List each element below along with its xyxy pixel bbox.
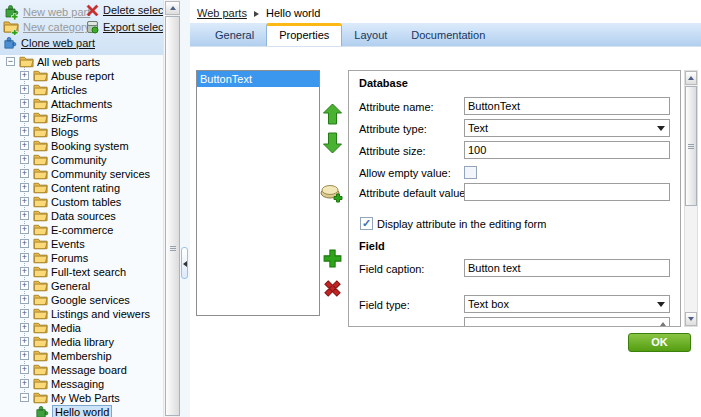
- folder-icon: [33, 251, 48, 264]
- expand-icon[interactable]: +: [20, 71, 29, 80]
- red-x-icon: [322, 278, 343, 299]
- tree-item-all-web-parts[interactable]: − All web parts: [0, 55, 163, 69]
- clone-web-part-button[interactable]: Clone web part: [2, 36, 95, 52]
- expand-icon[interactable]: +: [20, 323, 29, 332]
- tree-item-my-web-parts[interactable]: − My Web Parts: [0, 391, 163, 405]
- expand-icon[interactable]: +: [20, 225, 29, 234]
- folder-icon: [33, 279, 48, 292]
- move-down-button[interactable]: [322, 132, 343, 156]
- expand-icon[interactable]: +: [20, 127, 29, 136]
- attributes-listbox[interactable]: ButtonText: [196, 70, 320, 316]
- add-field-button[interactable]: [322, 248, 343, 271]
- tree-item-articles[interactable]: +Articles: [0, 83, 163, 97]
- expand-icon[interactable]: +: [20, 169, 29, 178]
- attribute-type-select[interactable]: Text: [464, 119, 670, 137]
- tree-item-community[interactable]: +Community: [0, 153, 163, 167]
- tree-item-media[interactable]: +Media: [0, 321, 163, 335]
- expand-icon[interactable]: +: [20, 267, 29, 276]
- green-arrow-up-icon: [322, 103, 343, 125]
- breadcrumb: Web partsHello world: [197, 7, 320, 19]
- tree-item-booking-system[interactable]: +Booking system: [0, 139, 163, 153]
- tree-item-abuse-report[interactable]: +Abuse report: [0, 69, 163, 83]
- tree-item-attachments[interactable]: +Attachments: [0, 97, 163, 111]
- tree-item-blogs[interactable]: +Blogs: [0, 125, 163, 139]
- scrollbar-thumb[interactable]: [165, 16, 180, 416]
- display-attribute-checkbox[interactable]: [360, 217, 373, 230]
- attribute-default-input[interactable]: [464, 183, 670, 201]
- expand-icon[interactable]: +: [20, 379, 29, 388]
- thumb-grip-icon: [688, 144, 694, 149]
- expand-icon[interactable]: +: [20, 239, 29, 248]
- tab-general[interactable]: General: [203, 25, 266, 46]
- tree-item-listings-and-viewers[interactable]: +Listings and viewers: [0, 307, 163, 321]
- form-scrollbar[interactable]: [684, 70, 698, 327]
- attribute-size-input[interactable]: [464, 141, 670, 159]
- scroll-up-icon: [688, 76, 694, 80]
- tree-item-general[interactable]: +General: [0, 279, 163, 293]
- tab-properties[interactable]: Properties: [266, 23, 342, 46]
- expand-icon[interactable]: +: [20, 351, 29, 360]
- expand-icon[interactable]: +: [20, 197, 29, 206]
- breadcrumb-web-parts-link[interactable]: Web parts: [197, 7, 247, 19]
- expand-icon[interactable]: +: [20, 211, 29, 220]
- scrollbar-thumb[interactable]: [685, 86, 697, 206]
- scroll-down-button[interactable]: [685, 312, 697, 326]
- expand-icon[interactable]: +: [20, 113, 29, 122]
- tree-item-forums[interactable]: +Forums: [0, 251, 163, 265]
- new-category-label: New category: [23, 21, 90, 33]
- tree-item-bizforms[interactable]: +BizForms: [0, 111, 163, 125]
- tree-item-e-commerce[interactable]: +E-commerce: [0, 223, 163, 237]
- new-category-button[interactable]: New category: [3, 20, 90, 37]
- attribute-name-input[interactable]: [464, 97, 670, 115]
- tree-scrollbar[interactable]: [163, 0, 180, 417]
- move-up-button[interactable]: [322, 103, 343, 127]
- field-type-select[interactable]: Text box: [464, 295, 670, 313]
- expand-icon[interactable]: +: [20, 155, 29, 164]
- field-list-item[interactable]: ButtonText: [197, 71, 319, 87]
- ok-button[interactable]: OK: [628, 333, 691, 352]
- tree-item-messaging[interactable]: +Messaging: [0, 377, 163, 391]
- tree-item-content-rating[interactable]: +Content rating: [0, 181, 163, 195]
- new-attribute-category-button[interactable]: [320, 181, 344, 205]
- expand-icon[interactable]: +: [20, 337, 29, 346]
- collapse-panel-button[interactable]: [181, 247, 188, 279]
- tab-layout[interactable]: Layout: [342, 25, 399, 46]
- folder-icon: [33, 349, 48, 362]
- scroll-up-button[interactable]: [685, 71, 697, 85]
- green-plus-icon: [322, 248, 343, 269]
- tree-item-media-library[interactable]: +Media library: [0, 335, 163, 349]
- expand-icon[interactable]: +: [20, 99, 29, 108]
- field-description-textarea[interactable]: [464, 317, 670, 327]
- collapse-icon[interactable]: −: [6, 57, 15, 66]
- expand-icon[interactable]: +: [20, 253, 29, 262]
- field-caption-input[interactable]: [464, 259, 670, 277]
- tree-item-google-services[interactable]: +Google services: [0, 293, 163, 307]
- folder-icon: [19, 55, 34, 68]
- tree-item-hello-world[interactable]: Hello world: [0, 405, 163, 417]
- tree-item-events[interactable]: +Events: [0, 237, 163, 251]
- expand-icon[interactable]: +: [20, 85, 29, 94]
- new-category-icon: [3, 20, 19, 37]
- tree-item-custom-tables[interactable]: +Custom tables: [0, 195, 163, 209]
- attribute-default-label: Attribute default value:: [359, 187, 468, 199]
- folder-icon: [33, 377, 48, 390]
- folder-icon: [33, 83, 48, 96]
- scroll-up-button[interactable]: [165, 1, 180, 15]
- panel-splitter[interactable]: [180, 0, 190, 417]
- tree-item-data-sources[interactable]: +Data sources: [0, 209, 163, 223]
- collapse-icon[interactable]: −: [20, 393, 29, 402]
- tree-item-membership[interactable]: +Membership: [0, 349, 163, 363]
- tree-item-full-text-search[interactable]: +Full-text search: [0, 265, 163, 279]
- expand-icon[interactable]: +: [20, 281, 29, 290]
- folder-icon: [33, 223, 48, 236]
- expand-icon[interactable]: +: [20, 183, 29, 192]
- tree-item-community-services[interactable]: +Community services: [0, 167, 163, 181]
- remove-field-button[interactable]: [322, 278, 343, 301]
- expand-icon[interactable]: +: [20, 295, 29, 304]
- allow-empty-checkbox[interactable]: [464, 166, 477, 179]
- expand-icon[interactable]: +: [20, 309, 29, 318]
- tab-documentation[interactable]: Documentation: [399, 25, 497, 46]
- expand-icon[interactable]: +: [20, 365, 29, 374]
- expand-icon[interactable]: +: [20, 141, 29, 150]
- tree-item-message-board[interactable]: +Message board: [0, 363, 163, 377]
